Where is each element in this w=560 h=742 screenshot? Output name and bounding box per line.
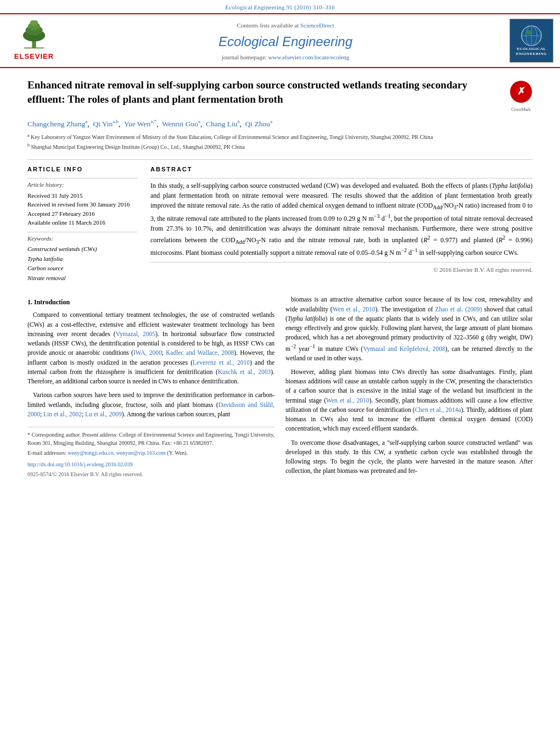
journal-url[interactable]: www.elsevier.com/locate/ecoleng: [268, 54, 350, 60]
email-label: E-mail addresses:: [27, 450, 66, 456]
journal-center: Contents lists available at ScienceDirec…: [67, 20, 504, 62]
body-left-col: 1. Introduction Compared to conventional…: [27, 295, 275, 480]
affil-a-text: Key Laboratory of Yangtze Water Environm…: [31, 134, 433, 140]
journal-citation: Ecological Engineering 91 (2016) 310–316: [225, 4, 334, 10]
ref-vymazal2008[interactable]: Vymazal and Krőpfelová, 2008: [363, 345, 445, 352]
affil-b-text: Shanghai Municipal Engineering Design In…: [31, 144, 245, 150]
author-zhang: Changcheng Zhang: [27, 119, 85, 127]
info-divider-2: [27, 232, 137, 232]
body-right-col: biomass is an attractive alternative car…: [285, 295, 533, 480]
crossmark-badge: ✗ CrossMark: [509, 80, 533, 112]
email-address[interactable]: weny@tongji.edu.cn, wenyue@vip.163.com: [68, 450, 165, 456]
accepted-date: Accepted 27 February 2016: [27, 209, 137, 219]
right-para-2: However, adding plant biomass into CWs d…: [285, 367, 533, 434]
affiliation-a: a Key Laboratory of Yangtze Water Enviro…: [27, 132, 533, 141]
journal-homepage: journal homepage: www.elsevier.com/locat…: [67, 53, 504, 62]
keyword-1: Constructed wetlands (CWs): [27, 244, 137, 254]
keywords-section: Keywords: Constructed wetlands (CWs) Typ…: [27, 235, 137, 283]
elsevier-tree-icon: [15, 20, 53, 51]
intro-para-2: Various carbon sources have been used to…: [27, 390, 275, 419]
article-info-label: ARTICLE INFO: [27, 165, 137, 174]
page: Ecological Engineering 91 (2016) 310–316…: [0, 0, 560, 742]
abstract-label: ABSTRACT: [150, 165, 533, 174]
author-zhou: Qi Zhou: [245, 119, 270, 127]
keywords-label: Keywords:: [27, 235, 137, 243]
affiliations: a Key Laboratory of Yangtze Water Enviro…: [27, 132, 533, 152]
article-title: Enhanced nitrate removal in self-supplyi…: [27, 78, 502, 106]
ref-leverenz2010[interactable]: Leverenz et al., 2010: [193, 359, 250, 366]
svg-text:✗: ✗: [517, 86, 525, 97]
eco-logo-text: ECOLOGICAL ENGINEERING: [516, 47, 547, 57]
copyright-line: © 2016 Elsevier B.V. All rights reserved…: [150, 262, 533, 274]
ref-vymazal2005[interactable]: Vymazal, 2005: [116, 331, 155, 337]
received-date: Received 31 July 2015: [27, 191, 137, 200]
article-history: Article history: Received 31 July 2015 R…: [27, 181, 137, 227]
received-revised-date: Received in revised form 30 January 2016: [27, 200, 137, 209]
title-section: Enhanced nitrate removal in self-supplyi…: [27, 78, 533, 112]
ref-lin2002[interactable]: Lin et al., 2002: [43, 411, 82, 417]
journal-title: Ecological Engineering: [67, 32, 504, 51]
ref-kadlec-wallace[interactable]: Kadlec and Wallace, 2008: [166, 349, 234, 356]
crossmark-label: CrossMark: [509, 107, 533, 113]
science-direct-label: Contents lists available at ScienceDirec…: [67, 20, 504, 30]
issn-line: 0925-8574/© 2016 Elsevier B.V. All right…: [27, 470, 275, 478]
author-wen: Yue Wen: [124, 119, 151, 127]
available-online-date: Available online 11 March 2016: [27, 218, 137, 227]
ref-wen2010b[interactable]: Wen et al., 2010: [326, 397, 369, 404]
journal-top-bar: Ecological Engineering 91 (2016) 310–316: [0, 0, 560, 13]
ref-lu2009[interactable]: Lu et al., 2009: [85, 411, 122, 417]
eco-logo-image: [518, 25, 545, 47]
body-section: 1. Introduction Compared to conventional…: [27, 295, 533, 480]
email-person: (Y. Wen).: [167, 450, 188, 456]
right-para-3: To overcome those disadvantages, a "self…: [285, 438, 533, 476]
ref-wen2010[interactable]: Wen et al., 2010: [333, 306, 376, 313]
ref-iwa2000[interactable]: IWA, 2000: [133, 349, 162, 356]
svg-point-10: [525, 30, 532, 35]
science-direct-link[interactable]: ScienceDirect: [300, 22, 334, 29]
intro-para-1: Compared to conventional tertiary treatm…: [27, 310, 275, 386]
ref-zhao2009[interactable]: Zhao et al. (2009): [435, 306, 481, 313]
elsevier-logo: ELSEVIER: [7, 20, 61, 62]
info-divider-1: [27, 178, 137, 178]
svg-rect-0: [32, 40, 36, 48]
keyword-4: Nitrate removal: [27, 274, 137, 283]
affiliation-b: b Shanghai Municipal Engineering Design …: [27, 142, 533, 151]
info-abstract-section: ARTICLE INFO Article history: Received 3…: [27, 159, 533, 288]
abstract-panel: ABSTRACT In this study, a self-supplying…: [150, 165, 533, 288]
ref-kuschk2003[interactable]: Kuschk et al., 2003: [218, 369, 271, 375]
author-yin: Qi Yin: [93, 119, 113, 127]
article-content: Enhanced nitrate removal in self-supplyi…: [0, 68, 560, 490]
ref-chen2014a[interactable]: Chen et al., 2014a: [415, 406, 461, 413]
elsevier-label: ELSEVIER: [14, 52, 54, 62]
journal-header: ELSEVIER Contents lists available at Sci…: [0, 13, 560, 68]
authors-line: Changcheng Zhanga, Qi Yina,b, Yue Wena,*…: [27, 118, 533, 129]
email-line: E-mail addresses: weny@tongji.edu.cn, we…: [27, 449, 275, 457]
article-info-panel: ARTICLE INFO Article history: Received 3…: [27, 165, 137, 288]
keyword-3: Carbon source: [27, 264, 137, 274]
abstract-text: In this study, a self-supplying carbon s…: [150, 181, 533, 258]
eco-engineering-logo: ECOLOGICAL ENGINEERING: [509, 19, 553, 63]
crossmark-icon: ✗: [509, 80, 533, 103]
doi-link[interactable]: http://dx.doi.org/10.1016/j.ecoleng.2016…: [27, 460, 275, 468]
history-label: Article history:: [27, 181, 137, 189]
abstract-divider: [150, 178, 533, 178]
intro-heading: 1. Introduction: [27, 297, 275, 307]
footnote-section: * Corresponding author. Present address:…: [27, 427, 275, 478]
corresponding-author-note: * Corresponding author. Present address:…: [27, 431, 275, 447]
keyword-2: Typha latifolia: [27, 254, 137, 264]
right-para-1: biomass is an attractive alternative car…: [285, 295, 533, 363]
author-guo: Wenrui Guo: [162, 119, 198, 127]
author-liu: Chang Liu: [206, 119, 237, 127]
